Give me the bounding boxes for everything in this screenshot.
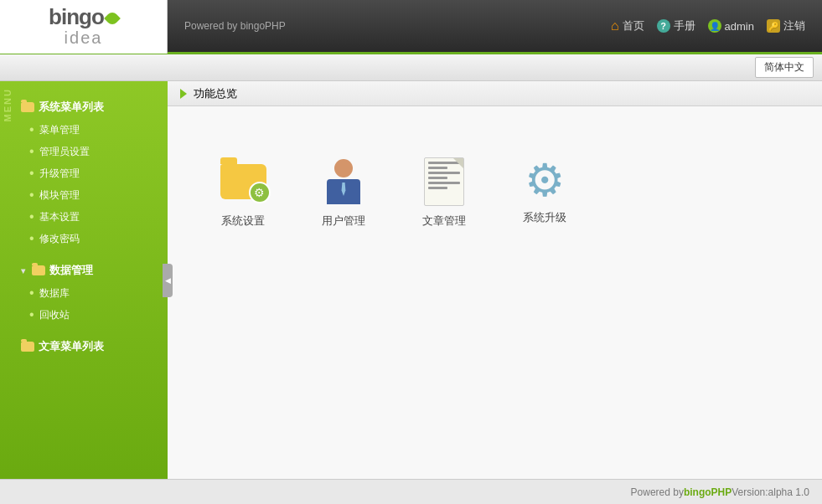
sidebar: MENU 系统菜单列表 菜单管理 管理员设置 升级管理 模块管理 基本设置 修改… [0,81,168,479]
footer-text: Powered by [631,486,684,498]
user-head-icon [334,159,353,177]
settings-folder-icon: ⚙ [220,164,266,199]
sidebar-section-article: 文章菜单列表 [0,331,168,358]
settings-label: 系统设置 [221,213,265,229]
article-line-1 [428,162,460,164]
sidebar-item-upgrade-mgmt[interactable]: 升级管理 [0,162,168,184]
nav-logout[interactable]: 🔑 注销 [767,18,805,33]
footer-version: alpha 1.0 [768,486,809,498]
sidebar-section-data: ▾ 数据管理 [0,255,168,282]
collapse-icon: ▾ [21,266,25,275]
admin-label: admin [725,20,754,33]
breadcrumb-arrow-icon [180,89,187,99]
footer-version-text: Version: [732,486,768,498]
nav-links: ⌂ 首页 ? 手册 👤 admin 🔑 注销 [611,18,805,33]
powered-by-text: Powered by bingoPHP [184,20,611,32]
folder-icon-data [32,265,45,275]
menu-label: MENU [3,88,13,121]
article-line-5 [428,182,460,184]
logo-top: bingo [49,5,118,29]
header: bingo idea Powered by bingoPHP ⌂ 首页 ? 手册… [0,0,822,54]
breadcrumb: 功能总览 [168,81,822,106]
article-line-2 [428,167,447,169]
breadcrumb-text: 功能总览 [194,86,237,101]
dashboard: ⚙ 系统设置 [168,106,822,262]
user-icon [318,157,369,207]
article-line-6 [428,187,447,189]
sidebar-item-recycle[interactable]: 回收站 [0,304,168,326]
admin-icon: 👤 [708,19,721,33]
nav-home[interactable]: ⌂ 首页 [611,18,644,33]
folder-icon-article [21,342,34,352]
sidebar-item-admin-setup[interactable]: 管理员设置 [0,141,168,162]
toolbar: 简体中文 [0,54,822,81]
sidebar-item-menu-mgmt[interactable]: 菜单管理 [0,119,168,141]
settings-gear-icon: ⚙ [249,182,271,203]
sidebar-item-change-password[interactable]: 修改密码 [0,228,168,249]
logo: bingo idea [49,5,118,48]
manual-label: 手册 [674,18,695,33]
logo-area: bingo idea [0,0,168,54]
logout-icon: 🔑 [767,19,780,33]
icon-settings[interactable]: ⚙ 系统设置 [209,157,277,229]
home-label: 首页 [623,18,644,33]
sidebar-item-module-mgmt[interactable]: 模块管理 [0,184,168,206]
footer-brand: bingoPHP [684,486,732,498]
nav-manual[interactable]: ? 手册 [657,18,695,33]
sidebar-toggle[interactable]: ◀ [163,264,173,297]
language-button[interactable]: 简体中文 [755,57,814,78]
article-line-3 [428,172,460,174]
logout-label: 注销 [783,18,805,33]
user-body-icon [327,179,360,204]
user-figure-icon [327,159,360,204]
article-line-4 [428,177,447,179]
footer: Powered by bingoPHP Version: alpha 1.0 [0,479,822,504]
sidebar-wrapper: MENU 系统菜单列表 菜单管理 管理员设置 升级管理 模块管理 基本设置 修改… [0,81,168,479]
icon-grid: ⚙ 系统设置 [209,157,578,229]
home-icon: ⌂ [611,18,619,33]
icon-user-mgmt[interactable]: 用户管理 [310,157,377,229]
settings-icon: ⚙ [218,157,268,207]
sidebar-item-basic-settings[interactable]: 基本设置 [0,206,168,228]
user-tie-icon [340,183,347,196]
upgrade-icon: ⚙ [521,157,568,203]
section-article-label: 文章菜单列表 [39,339,104,354]
upgrade-label: 系统升级 [523,210,566,225]
sidebar-section-system: 系统菜单列表 [0,91,168,119]
content-area: 功能总览 ⚙ 系统设置 [168,81,822,479]
icon-sys-upgrade[interactable]: ⚙ 系统升级 [511,157,578,229]
article-mgmt-label: 文章管理 [422,213,466,229]
logo-leaf-icon [104,10,121,27]
logo-bottom: idea [49,28,118,47]
nav-admin[interactable]: 👤 admin [708,19,754,33]
folder-icon [21,102,34,112]
article-doc-icon [424,157,464,206]
gear-symbol: ⚙ [254,186,265,199]
section-system-label: 系统菜单列表 [39,100,104,115]
sidebar-item-database[interactable]: 数据库 [0,282,168,304]
upgrade-gear-icon: ⚙ [525,157,565,203]
user-mgmt-label: 用户管理 [322,213,365,229]
icon-article-mgmt[interactable]: 文章管理 [411,157,478,229]
section-data-label: 数据管理 [49,263,93,278]
help-icon: ? [657,19,670,33]
article-icon [419,157,469,207]
